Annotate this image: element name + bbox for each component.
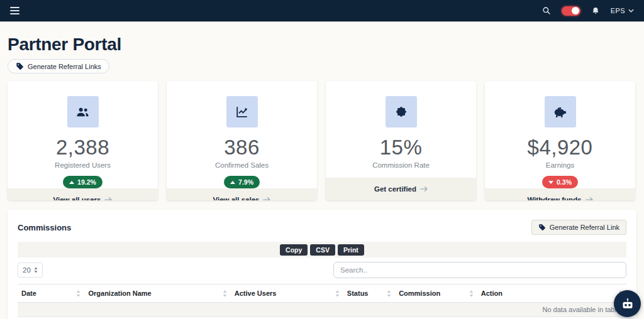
tag-icon bbox=[538, 224, 546, 231]
generate-referral-links-button[interactable]: Generate Referral Links bbox=[8, 59, 109, 73]
empty-table-row: No data available in table bbox=[18, 303, 626, 317]
commissions-panel: Commissions Generate Referral Link Copy … bbox=[8, 210, 636, 319]
piggy-bank-icon bbox=[545, 96, 576, 127]
delta-badge: 7.9% bbox=[224, 176, 260, 188]
stat-value: $4,920 bbox=[485, 136, 635, 160]
delta-badge: 19.2% bbox=[63, 176, 103, 188]
chatbot-button[interactable] bbox=[614, 290, 641, 317]
stat-card-confirmed-sales: 386 Confirmed Sales 7.9% View all sales bbox=[167, 81, 317, 200]
stat-label: Commission Rate bbox=[326, 161, 476, 169]
chevron-down-icon bbox=[628, 9, 634, 13]
sort-icon bbox=[335, 290, 340, 297]
stat-card-earnings: $4,920 Earnings 0.3% Withdraw funds bbox=[485, 81, 635, 200]
user-menu[interactable]: EPS bbox=[611, 7, 634, 14]
theme-toggle[interactable] bbox=[562, 6, 580, 16]
stat-cards-row: 2,388 Registered Users 19.2% View all us… bbox=[8, 81, 636, 200]
stat-value: 15% bbox=[326, 136, 476, 160]
arrow-right-icon bbox=[263, 197, 270, 200]
search-input[interactable] bbox=[333, 262, 626, 278]
commissions-title: Commissions bbox=[18, 223, 71, 232]
certificate-icon bbox=[386, 96, 417, 127]
delta-badge: 0.3% bbox=[542, 176, 578, 188]
tag-icon bbox=[16, 62, 24, 70]
caret-down-icon bbox=[548, 181, 553, 184]
stat-card-registered-users: 2,388 Registered Users 19.2% View all us… bbox=[8, 81, 158, 200]
page-size-select[interactable]: 20 bbox=[18, 262, 43, 278]
stat-card-commission-rate: 15% Commission Rate Get certified bbox=[326, 81, 476, 200]
empty-table-message: No data available in table bbox=[18, 303, 626, 317]
generate-referral-link-button[interactable]: Generate Referral Link bbox=[531, 220, 626, 235]
sort-icon bbox=[76, 290, 80, 297]
users-icon bbox=[67, 96, 99, 127]
print-button[interactable]: Print bbox=[338, 244, 364, 256]
withdraw-funds-link[interactable]: Withdraw funds bbox=[485, 188, 635, 200]
arrow-right-icon bbox=[586, 197, 593, 200]
column-header-status[interactable]: Status bbox=[343, 284, 395, 303]
stat-label: Earnings bbox=[485, 161, 635, 169]
sort-icon bbox=[387, 290, 391, 297]
sort-icon bbox=[469, 290, 474, 297]
stat-label: Registered Users bbox=[8, 161, 158, 169]
column-header-active-users[interactable]: Active Users bbox=[231, 284, 343, 303]
chart-line-icon bbox=[226, 96, 258, 127]
stat-value: 386 bbox=[167, 136, 317, 160]
caret-up-icon bbox=[69, 181, 74, 184]
copy-button[interactable]: Copy bbox=[280, 244, 308, 256]
column-header-commission[interactable]: Commission bbox=[395, 284, 477, 303]
export-toolbar: Copy CSV Print bbox=[18, 242, 626, 257]
top-navbar: EPS bbox=[0, 0, 644, 21]
commissions-table: Date Organization Name Active Users Stat… bbox=[18, 284, 626, 317]
stat-value: 2,388 bbox=[8, 136, 158, 160]
sort-icon bbox=[223, 290, 227, 297]
column-header-action[interactable]: Action bbox=[477, 284, 626, 303]
column-header-date[interactable]: Date bbox=[18, 284, 84, 303]
search-icon[interactable] bbox=[542, 6, 551, 15]
view-all-users-link[interactable]: View all users bbox=[8, 188, 158, 200]
csv-button[interactable]: CSV bbox=[310, 244, 335, 256]
view-all-sales-link[interactable]: View all sales bbox=[167, 188, 317, 200]
select-arrows-icon bbox=[34, 267, 38, 273]
stat-label: Confirmed Sales bbox=[167, 161, 317, 169]
caret-up-icon bbox=[230, 181, 235, 184]
arrow-right-icon bbox=[104, 197, 112, 200]
user-label: EPS bbox=[611, 7, 625, 14]
column-header-organization-name[interactable]: Organization Name bbox=[84, 284, 230, 303]
robot-icon bbox=[620, 296, 635, 311]
get-certified-link[interactable]: Get certified bbox=[326, 178, 476, 200]
arrow-right-icon bbox=[420, 186, 428, 192]
menu-toggle-icon[interactable] bbox=[10, 7, 19, 14]
page-title: Partner Portal bbox=[8, 35, 636, 55]
bell-icon[interactable] bbox=[591, 6, 600, 16]
